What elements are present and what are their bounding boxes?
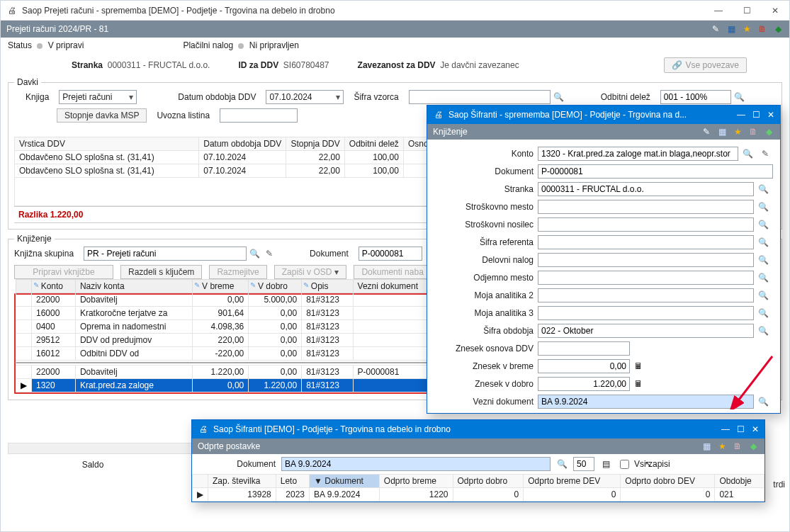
col-dok[interactable]: ▼ Dokument [310,475,380,488]
search-icon[interactable]: 🔍 [754,184,773,194]
pattern-lookup[interactable]: 🔍 [409,90,567,104]
close-button[interactable]: ✕ [752,424,759,434]
col-dobro[interactable]: ✎ V dobro [249,280,302,293]
col-opis[interactable]: ✎ Opis [302,280,353,293]
tax-grid[interactable]: Vrstica DDV Datum obdobja DDV Stopnja DD… [14,137,439,206]
col-line[interactable]: Vrstica DDV [15,137,199,151]
calculator-icon[interactable]: 🖩 [633,378,644,390]
grid-icon[interactable]: ▦ [701,441,712,452]
ledger-row[interactable]: 29512DDV od predujmov220,000,0081#3123 [16,334,438,347]
search-icon[interactable]: 🔍 [754,290,773,300]
col-vezni[interactable]: Vezni dokument [353,280,437,293]
search-icon[interactable]: 🔍 [754,308,773,318]
ledger-row[interactable]: 22000Dobavitelj1.220,000,0081#3123P-0000… [16,366,438,379]
ref-input[interactable] [538,235,754,249]
minimize-button[interactable]: — [737,110,745,120]
stranka-input[interactable] [538,182,754,196]
col-period[interactable]: Datum obdobja DDV [199,137,286,151]
help-icon[interactable]: ◆ [772,23,784,35]
search-icon[interactable]: 🔍 [556,458,568,470]
tax-row[interactable]: Obdavčeno SLO splošna st. (31,41) 07.10.… [15,164,439,178]
import-input[interactable] [220,108,298,123]
delete-doc-icon[interactable]: 🗎 [732,441,743,452]
search-icon[interactable]: 🔍 [551,92,567,102]
split-button[interactable]: Razdeli s ključem [120,265,202,279]
col-zap[interactable]: Zap. številka [208,475,276,488]
col-ob[interactable]: Odprto breme [379,475,453,488]
osd-button[interactable]: Zapiši v OSD▾ [274,265,347,279]
ma3-input[interactable] [538,306,754,320]
col-ded[interactable]: Odbitni delež [344,137,403,151]
search-icon[interactable]: 🔍 [731,92,747,102]
grid-icon[interactable]: ▦ [726,23,737,35]
star-icon[interactable]: ★ [741,23,752,35]
search-icon[interactable]: 🔍 [754,255,773,265]
search-icon[interactable]: 🔍 [247,249,263,259]
ledger-row-selected[interactable]: ▶1320Krat.pred.za zaloge0,001.220,0081#3… [16,379,438,392]
edit-icon[interactable]: ✎ [710,23,721,35]
delete-doc-icon[interactable]: 🗎 [747,126,759,137]
pattern-input[interactable] [409,90,551,104]
period-combo[interactable]: 07.10.2024▾ [266,90,344,104]
star-icon[interactable]: ★ [732,126,743,137]
deductible-input[interactable] [660,90,731,104]
search-icon[interactable]: 🔍 [738,149,757,159]
help-icon[interactable]: ◆ [747,441,759,452]
book-combo[interactable]: Prejeti računi▾ [59,90,137,104]
search-icon[interactable]: 🔍 [754,273,773,283]
ledger-row[interactable]: 22000Dobavitelj0,005.000,0081#3123 [16,293,438,307]
prepare-button[interactable]: Pripravi vknjižbe [14,265,113,279]
dlg2-doc-input[interactable] [281,457,551,471]
obd-input[interactable] [538,324,754,338]
col-od[interactable]: Odprto dobro [453,475,524,488]
delete-doc-icon[interactable]: 🗎 [757,23,768,35]
search-icon[interactable]: 🔍 [754,202,773,212]
col-leto[interactable]: Leto [276,475,309,488]
col-breme[interactable]: ✎ V breme [193,280,249,293]
calculator-icon[interactable]: 🖩 [633,361,644,372]
col-konto[interactable]: ✎ Konto [32,280,76,293]
konto-input[interactable] [538,147,738,161]
purchase-button[interactable]: Dokumenti naba [354,265,431,279]
msp-rates-button[interactable]: Stopnje davka MSP [57,108,147,123]
group-lookup[interactable]: 🔍 ✎ [84,247,276,261]
deductible-lookup[interactable]: 🔍 [660,90,747,104]
spinner-icon[interactable]: ▤ [600,458,611,470]
zb-input[interactable] [538,359,630,373]
doc-input[interactable] [359,247,422,261]
edit-icon[interactable]: ✎ [701,126,712,137]
edit-icon[interactable]: ✎ [263,249,276,259]
group-input[interactable] [84,247,247,261]
minimize-button[interactable]: — [710,6,727,16]
h-scrollbar[interactable] [8,443,192,454]
col-rate[interactable]: Stopnja DDV [286,137,344,151]
edit-icon[interactable]: ✎ [757,149,773,159]
help-icon[interactable]: ◆ [763,126,774,137]
search-icon[interactable]: 🔍 [754,237,773,247]
search-icon[interactable]: 🔍 [754,220,773,230]
ledger-row[interactable]: 0400Oprema in nadomestni4.098,360,0081#3… [16,320,438,334]
search-icon[interactable]: 🔍 [754,397,773,407]
maximize-button[interactable]: ☐ [738,6,755,16]
col-obd[interactable]: Odprto breme DEV [524,475,621,488]
star-icon[interactable]: ★ [716,441,728,452]
all-checkbox[interactable] [620,460,629,469]
vd-input[interactable] [538,395,754,409]
tax-row[interactable]: Obdavčeno SLO splošna st. (31,41) 07.10.… [15,151,439,164]
minimize-button[interactable]: — [721,424,730,434]
om-input[interactable] [538,271,754,285]
close-button[interactable]: ✕ [767,110,774,120]
maximize-button[interactable]: ☐ [752,110,760,120]
sn-input[interactable] [538,217,754,232]
all-records-toggle[interactable]: Vsi zapisi ↖ [617,458,680,471]
close-button[interactable]: ✕ [767,6,784,16]
dokument-input[interactable] [538,164,773,179]
sm-input[interactable] [538,200,754,214]
open-items-row[interactable]: ▶ 13928 2023 BA 9.9.2024 1220 0 0 0 021 [193,488,764,502]
grid-icon[interactable]: ▦ [716,126,728,137]
zd-input[interactable] [538,377,630,391]
col-odd[interactable]: Odprto dobro DEV [621,475,715,488]
dn-input[interactable] [538,253,754,267]
ledger-row[interactable]: 16000Kratkoročne terjatve za901,640,0081… [16,307,438,320]
ledger-row[interactable]: 16012Odbitni DDV od-220,000,0081#3123 [16,347,438,361]
